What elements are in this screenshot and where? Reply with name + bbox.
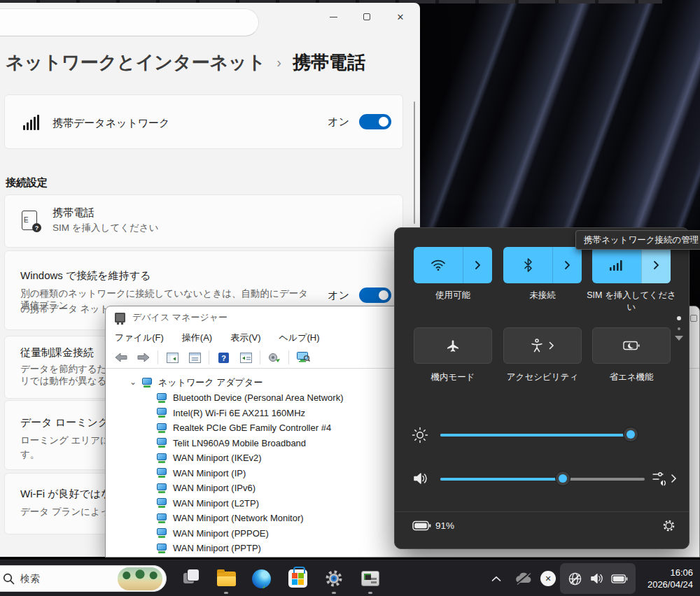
- taskbar-search-box[interactable]: 検索: [0, 565, 167, 592]
- device-manager-taskbar-button[interactable]: [360, 568, 381, 589]
- page-dot-active[interactable]: [677, 316, 681, 320]
- tray-overflow-button[interactable]: [486, 568, 507, 589]
- settings-scrollbar[interactable]: [414, 101, 415, 224]
- running-indicator: [368, 592, 372, 594]
- bluetooth-tile[interactable]: [503, 247, 582, 283]
- device-label: WAN Miniport (IKEv2): [173, 453, 262, 463]
- store-icon: [288, 569, 307, 588]
- device-row[interactable]: WAN Miniport (SSTP): [106, 556, 699, 558]
- tree-root-label: ネットワーク アダプター: [158, 376, 262, 389]
- close-button[interactable]: ✕: [384, 4, 417, 29]
- cellular-data-toggle[interactable]: [359, 114, 391, 129]
- section-header-connection: 接続設定: [6, 176, 48, 190]
- close-icon: ✕: [397, 12, 405, 22]
- maximize-button[interactable]: [350, 4, 384, 29]
- scan-hardware-icon[interactable]: [266, 350, 283, 365]
- breadcrumb: ネットワークとインターネット › 携帯電話: [6, 50, 365, 75]
- cellular-expand-chevron[interactable]: [641, 247, 671, 283]
- device-label: Telit LN960A9 Mobile Broadband: [173, 438, 306, 448]
- task-view-button[interactable]: [181, 568, 202, 589]
- brightness-thumb[interactable]: [623, 427, 638, 442]
- metered-title: 従量制課金接続: [20, 346, 94, 360]
- quick-settings-tray-button[interactable]: [560, 563, 636, 594]
- chevron-down-icon[interactable]: ⌄: [130, 377, 136, 387]
- breadcrumb-parent[interactable]: ネットワークとインターネット: [6, 50, 265, 75]
- device-label: Bluetooth Device (Personal Area Network): [173, 392, 344, 403]
- accessibility-tile[interactable]: [503, 327, 582, 364]
- volume-slider[interactable]: [440, 478, 645, 481]
- file-explorer-button[interactable]: [216, 568, 237, 589]
- wifi-icon[interactable]: [414, 247, 463, 283]
- energy-saver-tile[interactable]: [592, 327, 671, 364]
- page-down-arrow[interactable]: [675, 336, 683, 341]
- device-manager-title: デバイス マネージャー: [132, 311, 227, 324]
- store-button[interactable]: [287, 568, 308, 589]
- volume-icon: [413, 471, 428, 488]
- menu-file[interactable]: ファイル(F): [115, 332, 164, 344]
- wifi-expand-chevron[interactable]: [463, 247, 492, 283]
- quick-settings-panel: 使用可能 未接続 SIM を挿入してください 機内モード アクセシビリティ 省エ…: [394, 227, 690, 549]
- airplane-tile-label: 機内モード: [407, 371, 498, 383]
- network-adapter-icon: [156, 393, 167, 403]
- settings-button[interactable]: [323, 568, 344, 589]
- network-adapter-icon: [156, 483, 167, 493]
- bluetooth-icon[interactable]: [503, 247, 552, 283]
- settings-search-input[interactable]: [0, 8, 259, 36]
- minimize-button[interactable]: [316, 4, 350, 29]
- close-circle-icon: ✕: [540, 571, 556, 586]
- settings-gear-icon: [324, 569, 344, 588]
- menu-action[interactable]: 操作(A): [182, 332, 212, 344]
- properties-icon[interactable]: [186, 350, 203, 365]
- volume-expand-chevron[interactable]: [671, 474, 677, 486]
- running-indicator: [224, 592, 228, 594]
- desktop: ✕ ネットワークとインターネット › 携帯電話 携帯データネットワーク オン 接…: [0, 0, 700, 596]
- chevron-up-icon: [491, 576, 501, 582]
- brightness-slider[interactable]: [440, 434, 636, 437]
- sim-card[interactable]: 携帯電話 SIM を挿入してください: [4, 194, 403, 248]
- search-icon: [3, 573, 15, 588]
- energy-tile-label: 省エネ機能: [586, 371, 677, 383]
- cellular-bars-icon[interactable]: [592, 247, 641, 283]
- volume-thumb[interactable]: [555, 471, 570, 486]
- tray-battery-icon: [611, 574, 628, 583]
- onedrive-tray-button[interactable]: [513, 568, 534, 589]
- device-manager-maximize-icon: [690, 315, 697, 322]
- menu-view[interactable]: 表示(V): [230, 332, 260, 344]
- help-icon[interactable]: ?: [215, 350, 232, 365]
- sim-icon: [22, 211, 37, 230]
- audio-output-icon[interactable]: [652, 470, 666, 490]
- battery-percent-label[interactable]: 91%: [435, 520, 454, 531]
- tree-node-network-adapters[interactable]: ⌄ ネットワーク アダプター: [130, 375, 262, 390]
- signal-bars-icon: [23, 115, 39, 130]
- wifi-quality-title: Wi-Fi が良好ではな: [20, 488, 112, 501]
- file-explorer-icon: [217, 572, 236, 586]
- console-tree-icon[interactable]: [164, 350, 181, 365]
- keep-connected-title: Windows で接続を維持する: [20, 269, 150, 283]
- edge-button[interactable]: [251, 568, 272, 589]
- accessibility-tile-label: アクセシビリティ: [497, 371, 588, 383]
- battery-icon: [412, 520, 431, 534]
- taskbar-clock[interactable]: 16:06 2026/04/24: [648, 567, 693, 590]
- action-pane-icon[interactable]: [237, 350, 254, 365]
- device-manager-taskbar-icon: [361, 571, 379, 586]
- page-dot[interactable]: [678, 327, 680, 330]
- network-adapter-icon: [156, 453, 167, 463]
- back-icon[interactable]: [113, 350, 130, 365]
- menu-help[interactable]: ヘルプ(H): [279, 332, 320, 344]
- keep-connected-toggle[interactable]: [359, 288, 391, 303]
- forward-icon[interactable]: [135, 350, 152, 365]
- cellular-tile[interactable]: [592, 247, 671, 283]
- wifi-tile[interactable]: [414, 247, 492, 283]
- search-highlight-image[interactable]: [118, 567, 162, 590]
- bluetooth-expand-chevron[interactable]: [552, 247, 582, 283]
- clock-time: 16:06: [648, 567, 693, 579]
- wifi-tile-label: 使用可能: [407, 290, 498, 301]
- network-adapter-icon: [156, 513, 167, 523]
- quick-settings-gear-icon[interactable]: [662, 519, 676, 535]
- status-tray-button[interactable]: ✕: [538, 568, 559, 589]
- network-adapter-icon: [156, 528, 167, 538]
- svg-text:?: ?: [221, 353, 226, 362]
- airplane-mode-tile[interactable]: [414, 327, 492, 364]
- computer-search-icon[interactable]: [295, 350, 312, 365]
- device-label: WAN Miniport (PPTP): [173, 543, 261, 553]
